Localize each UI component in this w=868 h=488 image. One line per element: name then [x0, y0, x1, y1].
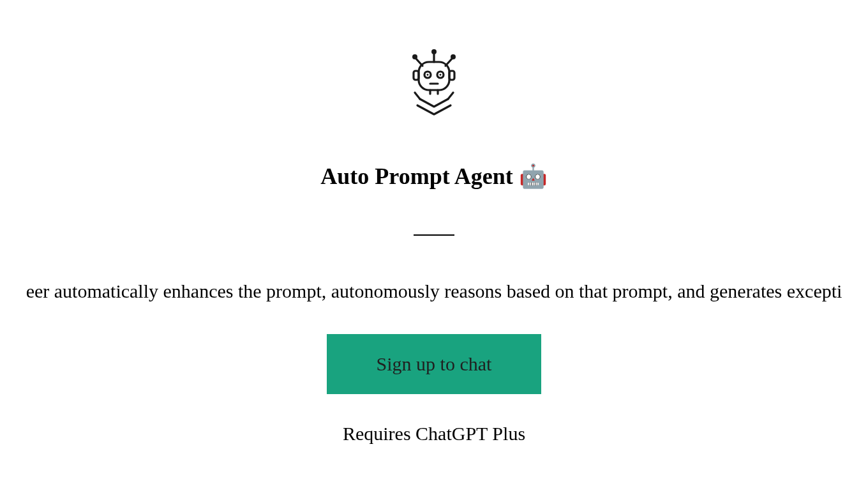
svg-rect-12 [414, 71, 419, 80]
svg-point-9 [427, 74, 429, 76]
signup-button[interactable]: Sign up to chat [327, 334, 542, 394]
description-text: eer automatically enhances the prompt, a… [26, 280, 842, 302]
requires-text: Requires ChatGPT Plus [343, 423, 525, 445]
robot-icon [402, 48, 466, 118]
svg-point-10 [440, 74, 442, 76]
robot-icon-wrap [402, 48, 466, 118]
divider [414, 234, 454, 236]
svg-rect-13 [449, 71, 454, 80]
page-title: Auto Prompt Agent 🤖 [320, 163, 547, 190]
